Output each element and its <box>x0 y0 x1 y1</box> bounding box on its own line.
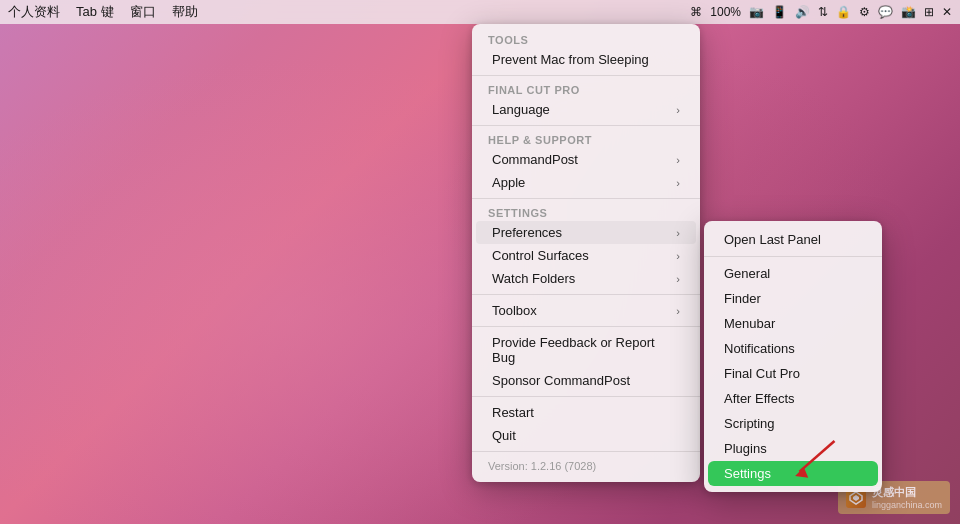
menubar-icon-x[interactable]: ✕ <box>942 5 952 19</box>
divider-5 <box>472 326 700 327</box>
chevron-icon-language: › <box>676 104 680 116</box>
menu-item-control-surfaces[interactable]: Control Surfaces › <box>476 244 696 267</box>
watermark-text: 灵感中国 lingganchina.com <box>872 485 942 510</box>
menubar-icon-4[interactable]: ⚙ <box>859 5 870 19</box>
menu-item-apple[interactable]: Apple › <box>476 171 696 194</box>
menubar-right: ⌘ 100% 📷 📱 🔊 ⇅ 🔒 ⚙ 💬 📸 ⊞ ✕ <box>690 5 952 19</box>
menubar-icon-vpn[interactable]: 🔒 <box>836 5 851 19</box>
menubar-left: 个人资料 Tab 键 窗口 帮助 <box>8 3 198 21</box>
menubar-icon-commandpost[interactable]: ⌘ <box>690 5 702 19</box>
menu-item-commandpost[interactable]: CommandPost › <box>476 148 696 171</box>
chevron-icon-toolbox: › <box>676 305 680 317</box>
svg-marker-3 <box>853 495 859 501</box>
menu-item-toolbox[interactable]: Toolbox › <box>476 299 696 322</box>
menubar-item-help[interactable]: 帮助 <box>172 3 198 21</box>
menu-item-feedback[interactable]: Provide Feedback or Report Bug <box>476 331 696 369</box>
submenu-item-open-last-panel[interactable]: Open Last Panel <box>708 227 878 252</box>
submenu-item-general[interactable]: General <box>708 261 878 286</box>
chevron-icon-control-surfaces: › <box>676 250 680 262</box>
menubar: 个人资料 Tab 键 窗口 帮助 ⌘ 100% 📷 📱 🔊 ⇅ 🔒 ⚙ 💬 📸 … <box>0 0 960 24</box>
menu-item-language[interactable]: Language › <box>476 98 696 121</box>
menubar-item-profile[interactable]: 个人资料 <box>8 3 60 21</box>
menu-item-sponsor[interactable]: Sponsor CommandPost <box>476 369 696 392</box>
submenu-item-final-cut-pro[interactable]: Final Cut Pro <box>708 361 878 386</box>
menu-item-watch-folders[interactable]: Watch Folders › <box>476 267 696 290</box>
submenu-item-finder[interactable]: Finder <box>708 286 878 311</box>
section-header-tools: TOOLS <box>472 30 700 48</box>
cursor-arrow <box>782 431 852 486</box>
divider-2 <box>472 125 700 126</box>
menubar-icon-6[interactable]: 📸 <box>901 5 916 19</box>
menu-item-preferences[interactable]: Preferences › <box>476 221 696 244</box>
chevron-icon-preferences: › <box>676 227 680 239</box>
divider-7 <box>472 451 700 452</box>
divider-3 <box>472 198 700 199</box>
menu-item-quit[interactable]: Quit <box>476 424 696 447</box>
menubar-icon-2[interactable]: 📱 <box>772 5 787 19</box>
svg-line-0 <box>800 441 835 472</box>
divider-4 <box>472 294 700 295</box>
menu-version: Version: 1.2.16 (7028) <box>472 456 700 476</box>
menu-item-prevent-sleep[interactable]: Prevent Mac from Sleeping <box>476 48 696 71</box>
main-dropdown-menu: TOOLS Prevent Mac from Sleeping FINAL CU… <box>472 24 700 482</box>
menubar-icon-wifi[interactable]: ⇅ <box>818 5 828 19</box>
divider-6 <box>472 396 700 397</box>
menubar-icon-3[interactable]: 🔊 <box>795 5 810 19</box>
submenu-item-after-effects[interactable]: After Effects <box>708 386 878 411</box>
divider-1 <box>472 75 700 76</box>
submenu-item-notifications[interactable]: Notifications <box>708 336 878 361</box>
section-header-fcp: FINAL CUT PRO <box>472 80 700 98</box>
menubar-item-tab[interactable]: Tab 键 <box>76 3 114 21</box>
menubar-icon-1[interactable]: 📷 <box>749 5 764 19</box>
submenu-item-menubar[interactable]: Menubar <box>708 311 878 336</box>
chevron-icon-watch-folders: › <box>676 273 680 285</box>
section-header-help: HELP & SUPPORT <box>472 130 700 148</box>
menubar-battery: 100% <box>710 5 741 19</box>
chevron-icon-apple: › <box>676 177 680 189</box>
menu-item-restart[interactable]: Restart <box>476 401 696 424</box>
submenu-divider <box>704 256 882 257</box>
section-header-settings: SETTINGS <box>472 203 700 221</box>
menubar-icon-grid[interactable]: ⊞ <box>924 5 934 19</box>
chevron-icon-commandpost: › <box>676 154 680 166</box>
preferences-container: Preferences › Open Last Panel General Fi… <box>472 221 700 244</box>
menubar-item-window[interactable]: 窗口 <box>130 3 156 21</box>
menubar-icon-5[interactable]: 💬 <box>878 5 893 19</box>
